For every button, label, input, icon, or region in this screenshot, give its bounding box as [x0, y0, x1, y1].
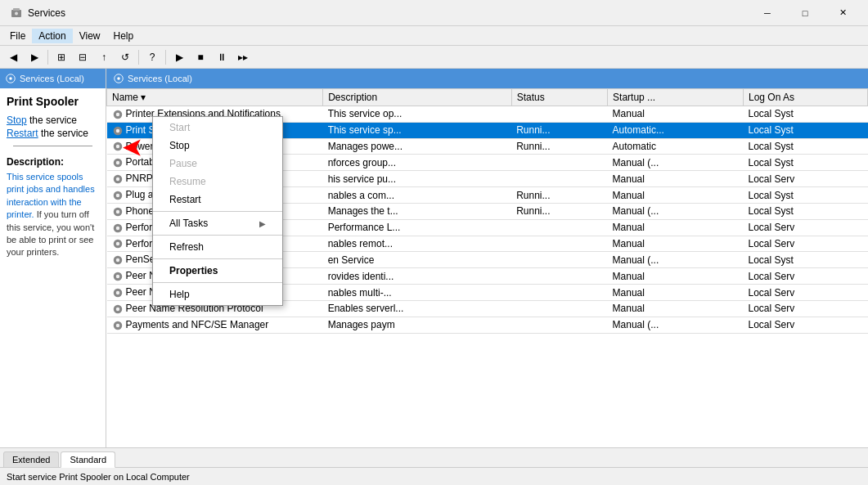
service-status-cell: Runni... [511, 122, 607, 138]
service-logon-cell: Local Serv [743, 317, 867, 333]
close-button[interactable]: ✕ [824, 0, 861, 26]
ctx-refresh[interactable]: Refresh [153, 238, 282, 256]
ctx-sep-2 [153, 235, 282, 236]
status-bar: Start service Print Spooler on Local Com… [0, 467, 868, 485]
service-title: Print Spooler [7, 95, 99, 108]
service-desc-cell: Manages paym [323, 317, 512, 333]
ctx-properties[interactable]: Properties [153, 262, 282, 280]
col-desc[interactable]: Description [323, 89, 512, 106]
service-startup-cell: Manual [608, 285, 744, 301]
service-status-cell: Runni... [511, 203, 607, 219]
description-text: This service spools print jobs and handl… [7, 171, 99, 259]
service-desc-cell: en Service [323, 252, 512, 268]
left-panel-header: Services (Local) [0, 69, 106, 88]
svg-point-10 [115, 128, 119, 132]
service-desc-cell: nables a com... [323, 187, 512, 204]
service-status-cell [511, 236, 607, 252]
service-status-cell [511, 219, 607, 236]
service-startup-cell: Manual [608, 106, 744, 123]
service-status-cell [511, 252, 607, 268]
ctx-help[interactable]: Help [153, 285, 282, 303]
col-name[interactable]: Name ▾ [107, 89, 323, 106]
right-panel-title: Services (Local) [128, 74, 192, 83]
menu-help[interactable]: Help [107, 29, 141, 43]
service-logon-cell: Local Serv [743, 171, 867, 187]
stop-service-button[interactable]: ■ [191, 48, 210, 66]
service-desc-cell: This service op... [323, 106, 512, 123]
service-logon-cell: Local Syst [743, 203, 867, 219]
service-startup-cell: Manual (... [608, 317, 744, 333]
refresh-button[interactable]: ↺ [115, 48, 135, 66]
title-bar-left: Services [10, 7, 65, 20]
service-status-cell [511, 300, 607, 317]
ctx-resume[interactable]: Resume [153, 173, 282, 191]
description-title: Description: [7, 156, 99, 168]
service-status-cell: Runni... [511, 138, 607, 155]
tabs-bar: Extended Standard [0, 447, 868, 467]
right-panel-header: Services (Local) [106, 69, 868, 88]
ctx-sep-4 [153, 282, 282, 283]
service-desc-cell: Manages powe... [323, 138, 512, 155]
service-startup-cell: Automatic... [608, 122, 744, 138]
right-panel: Services (Local) Name ▾ Description Stat… [106, 69, 868, 447]
svg-point-34 [115, 323, 119, 326]
ctx-start[interactable]: Start [153, 119, 282, 137]
service-startup-cell: Manual [608, 171, 744, 187]
ctx-sep-1 [153, 211, 282, 212]
stop-link[interactable]: Stop [7, 115, 27, 126]
col-status[interactable]: Status [511, 89, 607, 106]
ctx-stop[interactable]: Stop [153, 137, 282, 155]
help-button[interactable]: ? [142, 48, 162, 66]
svg-rect-1 [13, 8, 20, 11]
hide-tree-button[interactable]: ⊟ [73, 48, 92, 66]
service-logon-cell: Local Syst [743, 122, 867, 138]
service-logon-cell: Local Serv [743, 236, 867, 252]
resume-service-button[interactable]: ▸▸ [233, 48, 253, 66]
service-logon-cell: Local Syst [743, 138, 867, 155]
toolbar-separator-1 [47, 50, 48, 65]
toolbar-separator-2 [138, 50, 139, 65]
table-row[interactable]: Payments and NFC/SE ManagerManages paymM… [107, 317, 868, 333]
service-logon-cell: Local Syst [743, 187, 867, 204]
tab-extended[interactable]: Extended [3, 451, 59, 467]
menu-file[interactable]: File [3, 29, 32, 43]
svg-point-22 [115, 226, 119, 229]
up-button[interactable]: ↑ [94, 48, 114, 66]
restart-service-line: Restart the service [7, 128, 99, 139]
start-service-button[interactable]: ▶ [169, 48, 189, 66]
description-section: Description: This service spools print j… [7, 156, 99, 259]
service-logon-cell: Local Syst [743, 155, 867, 171]
minimize-button[interactable]: ─ [749, 0, 786, 26]
ctx-all-tasks[interactable]: All Tasks ▶ [153, 214, 282, 232]
col-logon[interactable]: Log On As [743, 89, 867, 106]
service-desc-cell: nforces group... [323, 155, 512, 171]
svg-point-14 [115, 161, 119, 164]
back-button[interactable]: ◀ [3, 48, 23, 66]
tab-standard[interactable]: Standard [61, 451, 115, 468]
app-icon [10, 7, 23, 20]
show-tree-button[interactable]: ⊞ [52, 48, 71, 66]
service-status-cell [511, 155, 607, 171]
left-panel-title: Services (Local) [20, 74, 84, 83]
service-name-cell: Payments and NFC/SE Manager [107, 317, 323, 333]
service-desc-cell: Enables serverl... [323, 300, 512, 317]
table-header: Name ▾ Description Status Startup ... Lo… [107, 89, 868, 106]
col-startup[interactable]: Startup ... [608, 89, 744, 106]
forward-button[interactable]: ▶ [25, 48, 44, 66]
menu-action[interactable]: Action [32, 29, 72, 43]
left-panel: Services (Local) Print Spooler Stop the … [0, 69, 106, 447]
service-logon-cell: Local Serv [743, 300, 867, 317]
maximize-button[interactable]: □ [786, 0, 824, 26]
menu-view[interactable]: View [73, 29, 107, 43]
svg-point-26 [115, 258, 119, 262]
svg-point-12 [115, 145, 119, 148]
svg-point-30 [115, 291, 119, 294]
ctx-restart[interactable]: Restart [153, 191, 282, 209]
service-status-cell [511, 171, 607, 187]
pause-service-button[interactable]: ⏸ [212, 48, 232, 66]
toolbar: ◀ ▶ ⊞ ⊟ ↑ ↺ ? ▶ ■ ⏸ ▸▸ [0, 46, 868, 69]
service-startup-cell: Automatic [608, 138, 744, 155]
ctx-pause[interactable]: Pause [153, 155, 282, 173]
service-startup-cell: Manual [608, 236, 744, 252]
restart-link[interactable]: Restart [7, 128, 38, 139]
